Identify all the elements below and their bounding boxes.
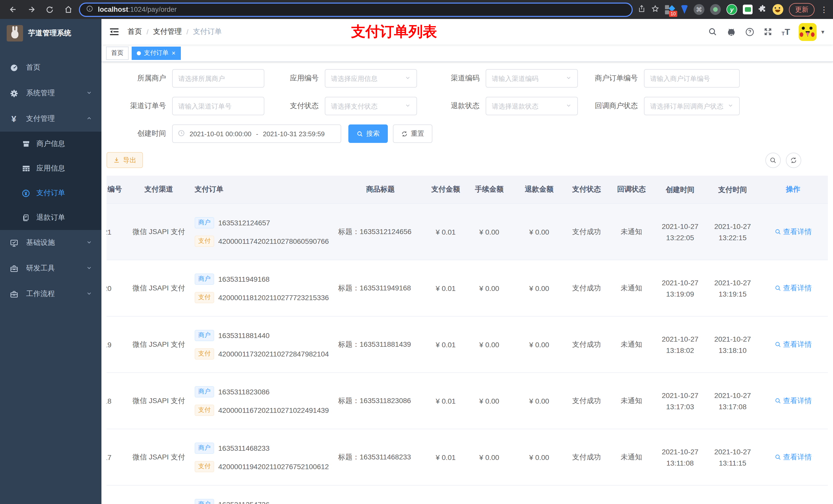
tag-pay-order[interactable]: 支付订单 × — [132, 46, 181, 60]
browser-back-button[interactable] — [5, 2, 21, 17]
app-frame: 芋道管理系统 首页 系统管理 — [0, 19, 833, 504]
merchant-order-no-field[interactable] — [650, 74, 734, 82]
browser-toolbar: localhost:1024/pay/order 10 ⌘ y 更新 ⋮ — [0, 0, 833, 19]
browser-reload-button[interactable] — [42, 2, 57, 17]
sidebar-item-dev-tools[interactable]: 研发工具 — [0, 256, 101, 281]
navbar-actions: TT ▼ — [708, 23, 825, 41]
sidebar: 芋道管理系统 首页 系统管理 — [0, 19, 101, 504]
merchant-input-field[interactable] — [178, 74, 258, 82]
sidebar-item-app-info[interactable]: 应用信息 — [0, 156, 101, 181]
table-row[interactable]: 商户1635311254736 支付 查看详情 — [106, 485, 828, 504]
sidebar-item-pay-order[interactable]: 支付订单 — [0, 181, 101, 206]
table-row[interactable]: 21 微信 JSAPI 支付 商户1635312124657 支付4200001… — [106, 204, 828, 260]
extension-badged-icon[interactable]: 10 — [665, 4, 675, 15]
app-id-select[interactable] — [325, 69, 417, 88]
date-range-picker[interactable]: 2021-10-01 00:00:00 - 2021-10-31 23:59:5… — [172, 124, 341, 143]
sidebar-item-label: 退款订单 — [37, 213, 65, 222]
cell-pay-status: 支付成功 — [564, 453, 610, 462]
pay-status-select[interactable] — [325, 97, 417, 115]
fullscreen-icon[interactable] — [763, 27, 773, 37]
table-row[interactable]: 18 微信 JSAPI 支付 商户1635311823086 支付4200001… — [106, 373, 828, 429]
bookmark-star-icon[interactable] — [651, 5, 659, 14]
notify-status-field[interactable] — [650, 102, 725, 110]
cell-pay-time: 2021-10-2713:19:15 — [707, 277, 758, 299]
view-detail-link[interactable]: 查看详情 — [758, 284, 828, 293]
sidebar-item-workflow[interactable]: 工作流程 — [0, 281, 101, 307]
channel-order-no-field[interactable] — [178, 102, 258, 110]
avatar — [799, 23, 817, 41]
browser-profile-avatar[interactable] — [772, 4, 783, 15]
breadcrumb-home[interactable]: 首页 — [127, 27, 142, 37]
view-detail-link[interactable]: 查看详情 — [758, 227, 828, 236]
extension-command-icon[interactable]: ⌘ — [694, 4, 705, 15]
extension-y-icon[interactable]: y — [727, 4, 737, 15]
tag-close-icon[interactable]: × — [172, 50, 175, 56]
tag-home[interactable]: 首页 — [106, 46, 128, 60]
extension-recorder-icon[interactable] — [710, 4, 721, 15]
sidebar-item-pay[interactable]: ¥ 支付管理 — [0, 106, 101, 131]
extension-kite-icon[interactable] — [681, 5, 688, 14]
share-icon[interactable] — [638, 5, 645, 14]
sidebar-fold-icon[interactable] — [109, 27, 119, 37]
cell-refund: ¥ 0.00 — [515, 228, 564, 236]
channel-code-field[interactable] — [492, 74, 564, 82]
merchant-order-no-input[interactable] — [644, 69, 740, 88]
browser-forward-button[interactable] — [24, 2, 39, 17]
sidebar-item-system[interactable]: 系统管理 — [0, 80, 101, 106]
channel-order-no: 4200001181202110277723215336 — [218, 293, 329, 302]
date-end[interactable]: 2021-10-31 23:59:59 — [263, 130, 325, 138]
site-info-icon[interactable] — [86, 5, 93, 14]
refresh-icon[interactable] — [786, 152, 801, 168]
pay-status-field[interactable] — [331, 102, 403, 110]
chevron-down-icon — [86, 239, 92, 247]
sidebar-item-label: 首页 — [26, 63, 41, 72]
cell-id: 20 — [106, 284, 128, 292]
table-row[interactable]: 19 微信 JSAPI 支付 商户1635311881440 支付4200001… — [106, 316, 828, 373]
date-start[interactable]: 2021-10-01 00:00:00 — [190, 130, 251, 138]
sidebar-item-home[interactable]: 首页 — [0, 55, 101, 80]
toggle-search-icon[interactable] — [765, 152, 781, 168]
sidebar-item-refund-order[interactable]: 退款订单 — [0, 206, 101, 230]
address-bar[interactable]: localhost:1024/pay/order — [79, 2, 633, 17]
filter-channel-code: 渠道编码 — [417, 69, 578, 88]
github-icon[interactable] — [726, 27, 736, 37]
browser-menu-icon[interactable]: ⋮ — [820, 5, 828, 14]
extensions-puzzle-icon[interactable] — [758, 4, 767, 15]
view-detail-link[interactable]: 查看详情 — [758, 340, 828, 349]
table-row[interactable]: 20 微信 JSAPI 支付 商户1635311949168 支付4200001… — [106, 260, 828, 316]
view-detail-link[interactable]: 查看详情 — [758, 453, 828, 462]
user-avatar-menu[interactable]: ▼ — [799, 23, 825, 41]
reset-button[interactable]: 重置 — [393, 124, 432, 143]
breadcrumb-pay[interactable]: 支付管理 — [153, 27, 182, 37]
sidebar-item-infra[interactable]: 基础设施 — [0, 230, 101, 256]
document-icon — [22, 213, 30, 222]
cell-amount: ¥ 0.01 — [428, 453, 463, 461]
chevron-down-icon — [86, 89, 92, 97]
search-button[interactable]: 搜索 — [348, 124, 388, 143]
font-size-icon[interactable]: TT — [782, 27, 790, 36]
extension-chat-icon[interactable] — [743, 5, 753, 14]
refund-status-field[interactable] — [492, 102, 564, 110]
monitor-check-icon — [9, 238, 19, 247]
channel-code-select[interactable] — [486, 69, 578, 88]
browser-update-button[interactable]: 更新 — [789, 3, 814, 16]
channel-order-no-input[interactable] — [172, 97, 264, 115]
col-header-channel: 支付渠道 — [128, 185, 190, 194]
filter-app-id: 应用编号 — [264, 69, 417, 88]
notify-status-select[interactable] — [644, 97, 740, 115]
table-header-row: 编号 支付渠道 支付订单 商品标题 支付金额 手续金额 退款金额 支付状态 回调… — [106, 176, 828, 204]
browser-home-button[interactable] — [61, 2, 76, 17]
view-detail-link[interactable]: 查看详情 — [758, 396, 828, 405]
breadcrumb-current: 支付订单 — [193, 27, 222, 37]
merchant-input[interactable] — [172, 69, 264, 88]
refund-status-select[interactable] — [486, 97, 578, 115]
breadcrumb-separator: / — [146, 28, 148, 36]
app-id-select-field[interactable] — [331, 74, 403, 82]
export-button[interactable]: 导出 — [106, 152, 143, 168]
table-row[interactable]: 17 微信 JSAPI 支付 商户1635311468233 支付4200001… — [106, 429, 828, 485]
help-icon[interactable] — [745, 27, 754, 37]
search-icon[interactable] — [708, 27, 717, 37]
sidebar-logo[interactable]: 芋道管理系统 — [0, 19, 101, 48]
col-header-create-time: 创建时间 — [653, 184, 707, 195]
sidebar-item-merchant-info[interactable]: 商户信息 — [0, 131, 101, 156]
